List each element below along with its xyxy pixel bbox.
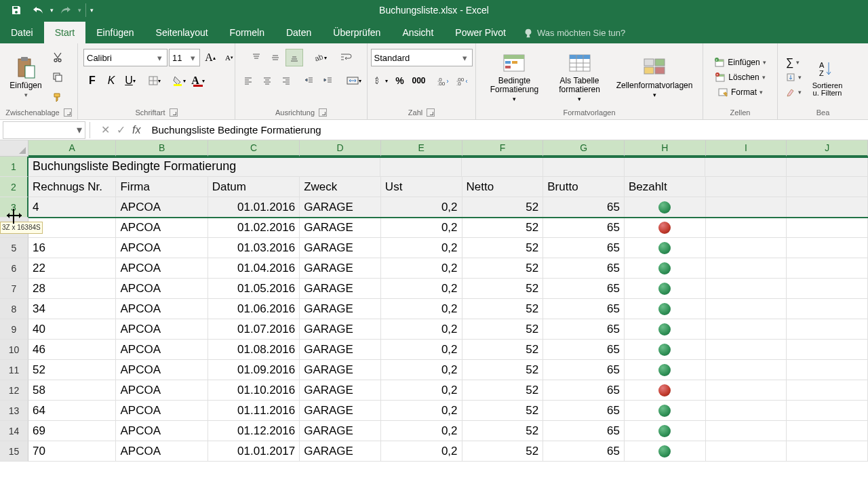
cell-E3[interactable]: 0,2 — [381, 197, 462, 218]
tab-daten[interactable]: Daten — [275, 22, 322, 43]
cell-J9[interactable] — [787, 319, 868, 340]
cell-G7[interactable]: 65 — [543, 279, 625, 299]
cell-I14[interactable] — [706, 421, 787, 441]
accounting-button[interactable]: ₿▾ — [372, 72, 390, 89]
cell-D5[interactable]: GARAGE — [300, 238, 381, 258]
column-header-H[interactable]: H — [625, 140, 706, 157]
redo-button[interactable] — [56, 1, 75, 19]
cell-E8[interactable]: 0,2 — [381, 299, 462, 319]
wrap-text-button[interactable] — [337, 49, 355, 66]
cell-F5[interactable]: 52 — [462, 238, 544, 258]
cell-F3[interactable]: 52 — [462, 197, 544, 218]
font-size-combo[interactable]: ▾ — [169, 49, 200, 66]
cell-B11[interactable]: APCOA — [116, 360, 208, 380]
cell-G2[interactable]: Brutto — [543, 177, 625, 197]
increase-indent-button[interactable] — [319, 72, 337, 89]
cell-J6[interactable] — [787, 258, 868, 279]
cell-B9[interactable]: APCOA — [116, 319, 208, 340]
row-header-14[interactable]: 14 — [0, 421, 28, 441]
cell-E1[interactable] — [380, 157, 462, 177]
cell-I15[interactable] — [706, 441, 787, 462]
cell-E15[interactable]: 0,2 — [381, 441, 462, 462]
cell-J5[interactable] — [787, 238, 868, 258]
comma-button[interactable]: 000 — [410, 72, 428, 89]
cell-D2[interactable]: Zweck — [300, 177, 381, 197]
cell-I7[interactable] — [706, 279, 787, 299]
cell-H8[interactable] — [625, 299, 706, 319]
cell-C11[interactable]: 01.09.2016 — [208, 360, 300, 380]
cell-G11[interactable]: 65 — [543, 360, 625, 380]
cell-I11[interactable] — [706, 360, 787, 380]
font-color-button[interactable]: A▾ — [189, 72, 207, 89]
cell-C10[interactable]: 01.08.2016 — [208, 340, 300, 360]
paste-button[interactable]: Einfügen ▾ — [5, 54, 46, 101]
cell-H11[interactable] — [625, 360, 706, 380]
column-header-G[interactable]: G — [543, 140, 625, 157]
cell-G10[interactable]: 65 — [543, 340, 625, 360]
cell-E12[interactable]: 0,2 — [381, 380, 462, 401]
number-dialog-launcher[interactable] — [427, 108, 435, 117]
cell-B5[interactable]: APCOA — [116, 238, 208, 258]
conditional-formatting-button[interactable]: Bedingte Formatierung▾ — [481, 49, 547, 105]
increase-decimal-button[interactable]: ,0,00 — [435, 72, 452, 89]
cell-J4[interactable] — [787, 218, 868, 238]
sort-filter-button[interactable]: AZ Sortieren u. Filtern — [807, 55, 848, 100]
cell-F9[interactable]: 52 — [462, 319, 544, 340]
cell-I12[interactable] — [706, 380, 787, 401]
row-header-12[interactable]: 12 — [0, 380, 28, 401]
cell-F15[interactable]: 52 — [462, 441, 544, 462]
cell-G12[interactable]: 65 — [543, 380, 625, 401]
cell-F12[interactable]: 52 — [462, 380, 544, 401]
font-name-combo[interactable]: ▾ — [83, 49, 167, 66]
cell-H13[interactable] — [625, 401, 706, 421]
row-header-4[interactable]: 3Z x 16384S — [0, 218, 28, 238]
cell-A9[interactable]: 40 — [28, 319, 116, 340]
cell-I13[interactable] — [706, 401, 787, 421]
bold-button[interactable]: F — [83, 72, 101, 89]
cell-C8[interactable]: 01.06.2016 — [208, 299, 300, 319]
align-right-button[interactable] — [277, 72, 295, 89]
percent-button[interactable]: % — [391, 72, 409, 89]
tab-powerpivot[interactable]: Power Pivot — [444, 22, 517, 43]
cell-C12[interactable]: 01.10.2016 — [208, 380, 300, 401]
cell-G9[interactable]: 65 — [543, 319, 625, 340]
cell-D4[interactable]: GARAGE — [300, 218, 381, 238]
cell-H12[interactable] — [625, 380, 706, 401]
cell-styles-button[interactable]: Zellenformatvorlagen▾ — [612, 54, 697, 101]
cell-F7[interactable]: 52 — [462, 279, 544, 299]
autosum-button[interactable]: ∑▾ — [783, 56, 804, 69]
tab-datei[interactable]: Datei — [0, 22, 44, 43]
cell-D8[interactable]: GARAGE — [300, 299, 381, 319]
cell-H5[interactable] — [625, 238, 706, 258]
column-header-A[interactable]: A — [28, 140, 116, 157]
cell-A12[interactable]: 58 — [28, 380, 116, 401]
cell-B13[interactable]: APCOA — [116, 401, 208, 421]
cell-G13[interactable]: 65 — [543, 401, 625, 421]
merge-center-button[interactable]: ▾ — [345, 72, 363, 89]
cell-J11[interactable] — [787, 360, 868, 380]
cell-F14[interactable]: 52 — [462, 421, 544, 441]
cell-A15[interactable]: 70 — [28, 441, 116, 462]
cell-B4[interactable]: APCOA — [116, 218, 208, 238]
cell-F6[interactable]: 52 — [462, 258, 544, 279]
orientation-button[interactable]: ab▾ — [311, 49, 329, 66]
cell-A11[interactable]: 52 — [28, 360, 116, 380]
cell-C9[interactable]: 01.07.2016 — [208, 319, 300, 340]
cell-J8[interactable] — [787, 299, 868, 319]
cell-J12[interactable] — [787, 380, 868, 401]
align-center-button[interactable] — [258, 72, 276, 89]
cell-J7[interactable] — [787, 279, 868, 299]
cell-E6[interactable]: 0,2 — [381, 258, 462, 279]
tab-formeln[interactable]: Formeln — [219, 22, 275, 43]
cell-E13[interactable]: 0,2 — [381, 401, 462, 421]
cell-B10[interactable]: APCOA — [116, 340, 208, 360]
cell-G5[interactable]: 65 — [543, 238, 625, 258]
save-button[interactable] — [7, 1, 26, 19]
cell-I5[interactable] — [706, 238, 787, 258]
cell-B14[interactable]: APCOA — [116, 421, 208, 441]
cell-A13[interactable]: 64 — [28, 401, 116, 421]
cell-F13[interactable]: 52 — [462, 401, 544, 421]
row-header-13[interactable]: 13 — [0, 401, 28, 421]
name-box[interactable]: ▾ — [3, 121, 85, 139]
cell-D11[interactable]: GARAGE — [300, 360, 381, 380]
